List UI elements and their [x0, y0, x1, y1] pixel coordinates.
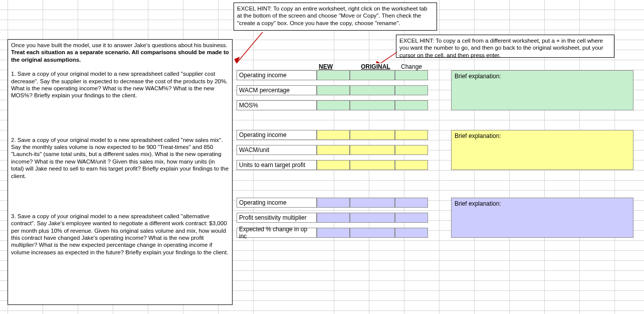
s2-orig-1[interactable]: [350, 130, 395, 140]
s1-label-2: WACM percentage: [237, 85, 317, 95]
s3-expl-label: Brief explanation:: [455, 200, 501, 207]
s1-new-2[interactable]: [317, 85, 350, 95]
s2-chg-1[interactable]: [395, 130, 428, 140]
s1-expl-label: Brief explanation:: [455, 73, 501, 80]
s3-label-0: Operating income: [237, 198, 317, 208]
s2-label-2: WACM/unit: [237, 145, 317, 155]
s2-new-2[interactable]: [317, 145, 350, 155]
s2-orig-2[interactable]: [350, 145, 395, 155]
hint-right-text: EXCEL HINT: To copy a cell from a differ…: [399, 38, 603, 58]
s3-expl[interactable]: Brief explanation:: [451, 198, 633, 238]
s2-orig-3[interactable]: [350, 160, 395, 170]
q3-text: 3. Save a copy of your original model to…: [11, 213, 229, 256]
instructions-box: Once you have built the model, use it to…: [8, 39, 233, 305]
s1-expl[interactable]: Brief explanation:: [451, 70, 633, 110]
s3-new-2[interactable]: [317, 228, 350, 238]
hint-right: EXCEL HINT: To copy a cell from a differ…: [396, 35, 614, 58]
s1-chg-3[interactable]: [395, 100, 428, 110]
s3-label-2: Expected % change in op inc: [237, 228, 317, 238]
s1-new-1[interactable]: [317, 70, 350, 80]
s3-orig-1[interactable]: [350, 213, 395, 223]
s2-new-3[interactable]: [317, 160, 350, 170]
s2-chg-3[interactable]: [395, 160, 428, 170]
arrow-left-icon: [233, 30, 268, 70]
s3-new-0[interactable]: [317, 198, 350, 208]
intro-text: Once you have built the model, use it to…: [11, 42, 229, 63]
s3-orig-0[interactable]: [350, 198, 395, 208]
s2-expl-label: Brief explanation:: [455, 132, 501, 139]
s1-orig-2[interactable]: [350, 85, 395, 95]
col-original: ORIGINAL: [361, 63, 390, 70]
intro-b: Treat each situation as a separate scena…: [11, 49, 229, 62]
q2-text: 2. Save a copy of your original model to…: [11, 136, 229, 180]
s1-orig-3[interactable]: [350, 100, 395, 110]
svg-line-0: [237, 32, 263, 63]
s2-new-1[interactable]: [317, 130, 350, 140]
s1-label-1: Operating income: [237, 70, 317, 80]
s3-orig-2[interactable]: [350, 228, 395, 238]
s1-label-3: MOS%: [237, 100, 317, 110]
s3-chg-1[interactable]: [395, 213, 428, 223]
s2-chg-2[interactable]: [395, 145, 428, 155]
col-new: NEW: [319, 63, 333, 70]
hint-top-text: EXCEL HINT: To copy an entire worksheet,…: [237, 6, 427, 26]
hint-top: EXCEL HINT: To copy an entire worksheet,…: [234, 3, 437, 31]
s3-chg-2[interactable]: [395, 228, 428, 238]
intro-a: Once you have built the model, use it to…: [11, 42, 228, 48]
s3-new-1[interactable]: [317, 213, 350, 223]
s1-chg-2[interactable]: [395, 85, 428, 95]
col-change: Change: [401, 63, 422, 71]
s2-label-1: Operating income: [237, 130, 317, 140]
s1-chg-1[interactable]: [395, 70, 428, 80]
s2-expl[interactable]: Brief explanation:: [451, 130, 633, 170]
s3-label-1: Profit sensitivity multiplier: [237, 213, 317, 223]
s1-new-3[interactable]: [317, 100, 350, 110]
s3-chg-0[interactable]: [395, 198, 428, 208]
q1-text: 1. Save a copy of your original model to…: [11, 70, 229, 99]
s2-label-3: Units to earn target profit: [237, 160, 317, 170]
s1-orig-1[interactable]: [350, 70, 395, 80]
